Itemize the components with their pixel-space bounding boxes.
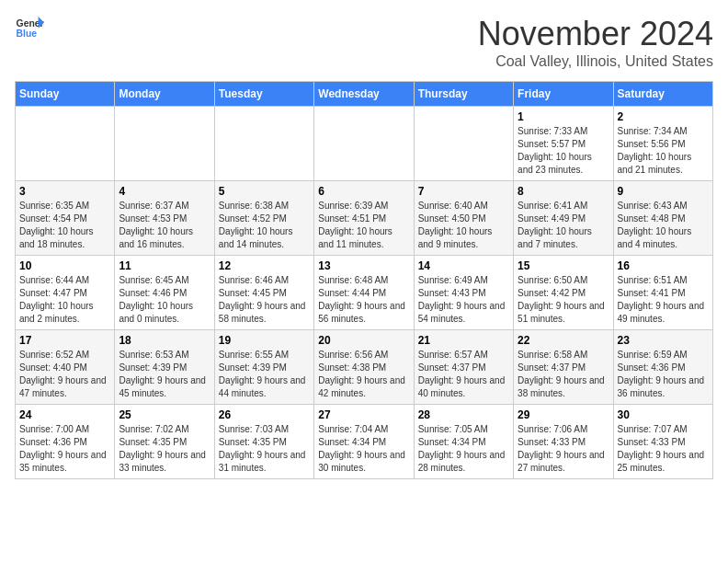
calendar-week-row: 24Sunrise: 7:00 AMSunset: 4:36 PMDayligh… (16, 405, 713, 479)
day-info: Sunrise: 6:58 AMSunset: 4:37 PMDaylight:… (518, 349, 609, 400)
col-thursday: Thursday (414, 82, 513, 107)
day-number: 16 (618, 259, 709, 272)
table-row: 12Sunrise: 6:46 AMSunset: 4:45 PMDayligh… (214, 256, 313, 330)
table-row (115, 107, 214, 181)
table-row: 1Sunrise: 7:33 AMSunset: 5:57 PMDaylight… (514, 107, 613, 181)
day-number: 8 (518, 185, 609, 198)
day-info: Sunrise: 6:48 AMSunset: 4:44 PMDaylight:… (318, 274, 409, 326)
table-row: 13Sunrise: 6:48 AMSunset: 4:44 PMDayligh… (314, 256, 414, 330)
day-info: Sunrise: 6:44 AMSunset: 4:47 PMDaylight:… (19, 274, 110, 326)
table-row: 6Sunrise: 6:39 AMSunset: 4:51 PMDaylight… (314, 181, 414, 256)
day-number: 2 (618, 110, 709, 123)
header: General Blue November 2024 Coal Valley, … (15, 15, 713, 70)
calendar-week-row: 17Sunrise: 6:52 AMSunset: 4:40 PMDayligh… (16, 330, 713, 405)
table-row: 17Sunrise: 6:52 AMSunset: 4:40 PMDayligh… (16, 330, 115, 405)
col-monday: Monday (115, 82, 214, 107)
day-info: Sunrise: 7:33 AMSunset: 5:57 PMDaylight:… (518, 125, 609, 177)
table-row: 24Sunrise: 7:00 AMSunset: 4:36 PMDayligh… (16, 405, 115, 479)
day-info: Sunrise: 6:39 AMSunset: 4:51 PMDaylight:… (318, 200, 409, 251)
day-info: Sunrise: 7:34 AMSunset: 5:56 PMDaylight:… (618, 125, 709, 177)
day-info: Sunrise: 6:56 AMSunset: 4:38 PMDaylight:… (318, 349, 409, 400)
day-info: Sunrise: 6:57 AMSunset: 4:37 PMDaylight:… (418, 349, 509, 400)
day-info: Sunrise: 6:55 AMSunset: 4:39 PMDaylight:… (219, 349, 310, 400)
day-info: Sunrise: 6:38 AMSunset: 4:52 PMDaylight:… (219, 200, 310, 251)
col-saturday: Saturday (613, 82, 712, 107)
day-number: 11 (119, 259, 210, 272)
table-row: 10Sunrise: 6:44 AMSunset: 4:47 PMDayligh… (16, 256, 115, 330)
day-number: 3 (19, 185, 110, 198)
month-title: November 2024 (478, 15, 713, 53)
day-number: 26 (219, 408, 310, 421)
day-info: Sunrise: 7:04 AMSunset: 4:34 PMDaylight:… (318, 423, 409, 475)
day-number: 7 (418, 185, 509, 198)
day-number: 9 (618, 185, 709, 198)
table-row: 19Sunrise: 6:55 AMSunset: 4:39 PMDayligh… (214, 330, 313, 405)
logo: General Blue (15, 15, 44, 40)
svg-text:Blue: Blue (17, 29, 38, 39)
day-number: 5 (219, 185, 310, 198)
day-number: 13 (318, 259, 409, 272)
day-info: Sunrise: 6:43 AMSunset: 4:48 PMDaylight:… (618, 200, 709, 251)
table-row: 21Sunrise: 6:57 AMSunset: 4:37 PMDayligh… (414, 330, 513, 405)
table-row: 15Sunrise: 6:50 AMSunset: 4:42 PMDayligh… (514, 256, 613, 330)
day-info: Sunrise: 6:35 AMSunset: 4:54 PMDaylight:… (19, 200, 110, 251)
table-row: 16Sunrise: 6:51 AMSunset: 4:41 PMDayligh… (613, 256, 712, 330)
day-number: 23 (618, 334, 709, 347)
day-number: 1 (518, 110, 609, 123)
title-area: November 2024 Coal Valley, Illinois, Uni… (478, 15, 713, 70)
table-row: 2Sunrise: 7:34 AMSunset: 5:56 PMDaylight… (613, 107, 712, 181)
calendar-header-row: Sunday Monday Tuesday Wednesday Thursday… (16, 82, 713, 107)
day-number: 4 (119, 185, 210, 198)
table-row: 8Sunrise: 6:41 AMSunset: 4:49 PMDaylight… (514, 181, 613, 256)
day-info: Sunrise: 7:07 AMSunset: 4:33 PMDaylight:… (618, 423, 709, 475)
table-row: 30Sunrise: 7:07 AMSunset: 4:33 PMDayligh… (613, 405, 712, 479)
calendar-week-row: 10Sunrise: 6:44 AMSunset: 4:47 PMDayligh… (16, 256, 713, 330)
day-info: Sunrise: 6:41 AMSunset: 4:49 PMDaylight:… (518, 200, 609, 251)
table-row (414, 107, 513, 181)
col-tuesday: Tuesday (214, 82, 313, 107)
table-row: 23Sunrise: 6:59 AMSunset: 4:36 PMDayligh… (613, 330, 712, 405)
day-info: Sunrise: 6:37 AMSunset: 4:53 PMDaylight:… (119, 200, 210, 251)
table-row: 3Sunrise: 6:35 AMSunset: 4:54 PMDaylight… (16, 181, 115, 256)
calendar-week-row: 3Sunrise: 6:35 AMSunset: 4:54 PMDaylight… (16, 181, 713, 256)
day-number: 6 (318, 185, 409, 198)
day-info: Sunrise: 6:46 AMSunset: 4:45 PMDaylight:… (219, 274, 310, 326)
day-info: Sunrise: 7:03 AMSunset: 4:35 PMDaylight:… (219, 423, 310, 475)
logo-icon: General Blue (15, 15, 44, 40)
day-info: Sunrise: 6:49 AMSunset: 4:43 PMDaylight:… (418, 274, 509, 326)
day-info: Sunrise: 6:51 AMSunset: 4:41 PMDaylight:… (618, 274, 709, 326)
day-number: 14 (418, 259, 509, 272)
day-number: 22 (518, 334, 609, 347)
table-row: 28Sunrise: 7:05 AMSunset: 4:34 PMDayligh… (414, 405, 513, 479)
day-info: Sunrise: 6:45 AMSunset: 4:46 PMDaylight:… (119, 274, 210, 326)
day-number: 21 (418, 334, 509, 347)
table-row: 29Sunrise: 7:06 AMSunset: 4:33 PMDayligh… (514, 405, 613, 479)
day-number: 29 (518, 408, 609, 421)
day-number: 15 (518, 259, 609, 272)
day-info: Sunrise: 6:59 AMSunset: 4:36 PMDaylight:… (618, 349, 709, 400)
day-info: Sunrise: 6:40 AMSunset: 4:50 PMDaylight:… (418, 200, 509, 251)
location-title: Coal Valley, Illinois, United States (478, 53, 713, 70)
day-info: Sunrise: 6:53 AMSunset: 4:39 PMDaylight:… (119, 349, 210, 400)
day-number: 25 (119, 408, 210, 421)
table-row: 27Sunrise: 7:04 AMSunset: 4:34 PMDayligh… (314, 405, 414, 479)
day-number: 10 (19, 259, 110, 272)
day-number: 30 (618, 408, 709, 421)
day-number: 12 (219, 259, 310, 272)
table-row: 22Sunrise: 6:58 AMSunset: 4:37 PMDayligh… (514, 330, 613, 405)
day-number: 28 (418, 408, 509, 421)
table-row: 11Sunrise: 6:45 AMSunset: 4:46 PMDayligh… (115, 256, 214, 330)
day-number: 17 (19, 334, 110, 347)
table-row: 9Sunrise: 6:43 AMSunset: 4:48 PMDaylight… (613, 181, 712, 256)
table-row: 26Sunrise: 7:03 AMSunset: 4:35 PMDayligh… (214, 405, 313, 479)
table-row: 18Sunrise: 6:53 AMSunset: 4:39 PMDayligh… (115, 330, 214, 405)
day-number: 20 (318, 334, 409, 347)
table-row: 5Sunrise: 6:38 AMSunset: 4:52 PMDaylight… (214, 181, 313, 256)
day-number: 27 (318, 408, 409, 421)
table-row: 20Sunrise: 6:56 AMSunset: 4:38 PMDayligh… (314, 330, 414, 405)
day-info: Sunrise: 7:00 AMSunset: 4:36 PMDaylight:… (19, 423, 110, 475)
col-sunday: Sunday (16, 82, 115, 107)
day-number: 24 (19, 408, 110, 421)
day-info: Sunrise: 7:05 AMSunset: 4:34 PMDaylight:… (418, 423, 509, 475)
day-number: 19 (219, 334, 310, 347)
